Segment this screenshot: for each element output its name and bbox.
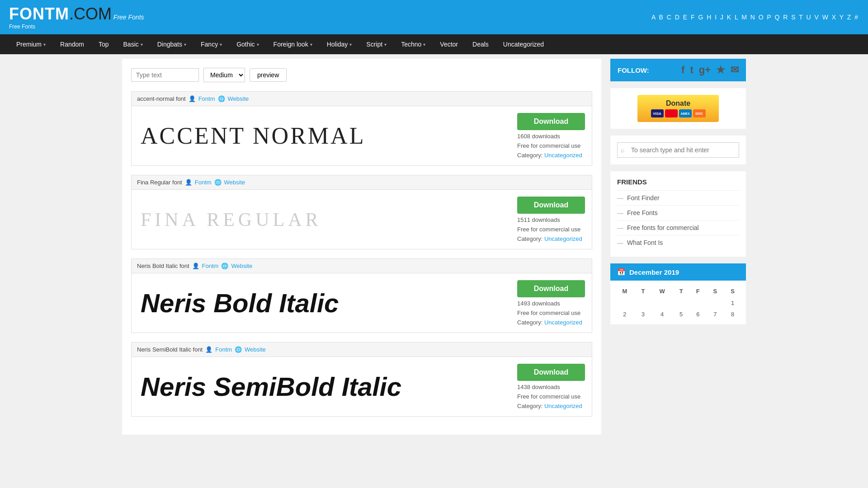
nav-item-random[interactable]: Random [53, 34, 91, 54]
donate-cards: VISA AMEX DISC [651, 109, 706, 117]
main-nav: Premium▾RandomTopBasic▾Dingbats▾Fancy▾Go… [0, 34, 868, 54]
rss-icon[interactable]: ★ [716, 64, 725, 76]
calendar-day [635, 297, 651, 309]
calendar-table: MTWTFSS 12345678 [615, 285, 741, 320]
category-link[interactable]: Uncategorized [544, 235, 582, 242]
friend-dash: — [617, 239, 623, 246]
calendar-day[interactable]: 8 [724, 309, 741, 320]
downloads-count: 1438 downloads [517, 384, 560, 390]
nav-item-fancy[interactable]: Fancy▾ [193, 34, 229, 54]
calendar-day[interactable]: 5 [673, 309, 689, 320]
googleplus-icon[interactable]: g+ [699, 64, 711, 76]
nav-item-gothic[interactable]: Gothic▾ [229, 34, 266, 54]
nav-item-deals[interactable]: Deals [465, 34, 496, 54]
category-label: Category: Uncategorized [517, 319, 582, 326]
nav-item-basic[interactable]: Basic▾ [116, 34, 150, 54]
calendar-day-header: F [689, 285, 706, 297]
category-link[interactable]: Uncategorized [544, 319, 582, 326]
calendar-day[interactable]: 3 [635, 309, 651, 320]
nav-arrow-icon: ▾ [43, 42, 46, 47]
main-content: SmallMediumLargeX-Large preview accent-n… [122, 59, 601, 435]
calendar-day [651, 297, 673, 309]
sidebar-search-input[interactable] [617, 142, 739, 158]
author-link[interactable]: Fontm [198, 95, 215, 102]
nav-item-uncategorized[interactable]: Uncategorized [496, 34, 551, 54]
preview-text-input[interactable] [131, 68, 199, 82]
facebook-icon[interactable]: f [681, 64, 684, 76]
download-button[interactable]: Download [517, 113, 585, 130]
nav-item-script[interactable]: Script▾ [359, 34, 394, 54]
follow-label: FOLLOW: [618, 66, 649, 74]
visa-icon: VISA [651, 109, 664, 117]
friend-item[interactable]: —Free fonts for commercial [617, 220, 739, 235]
discover-icon: DISC [693, 109, 706, 117]
website-link[interactable]: Website [245, 346, 266, 353]
calendar-icon: 📅 [617, 268, 626, 276]
email-icon[interactable]: ✉ [731, 64, 739, 76]
nav-item-foreign-look[interactable]: Foreign look▾ [266, 34, 320, 54]
website-link[interactable]: Website [224, 179, 245, 186]
top-bar: FONTM.COM Free Fonts Free Fonts A B C D … [0, 0, 868, 34]
nav-arrow-icon: ▾ [384, 42, 387, 47]
download-button[interactable]: Download [517, 364, 585, 381]
nav-arrow-icon: ▾ [310, 42, 312, 47]
nav-arrow-icon: ▾ [423, 42, 425, 47]
preview-button[interactable]: preview [250, 68, 287, 82]
calendar-day [706, 297, 724, 309]
calendar-body: MTWTFSS 12345678 [610, 281, 746, 324]
font-card: Neris Bold Italic font 👤 Fontm 🌐 Website… [131, 258, 592, 333]
download-button[interactable]: Download [517, 197, 585, 214]
category-link[interactable]: Uncategorized [544, 152, 582, 159]
friend-label: Free Fonts [627, 209, 658, 216]
alpha-bar[interactable]: A B C D E F G H I J K L M N O P Q R S T … [651, 14, 859, 21]
friend-dash: — [617, 194, 623, 202]
nav-item-techno[interactable]: Techno▾ [394, 34, 433, 54]
calendar-day-header: W [651, 285, 673, 297]
downloads-count: 1511 downloads [517, 216, 560, 223]
logo-tagline: Free Fonts [113, 14, 144, 21]
donate-area: Donate VISA AMEX DISC [610, 88, 746, 129]
calendar-day [689, 297, 706, 309]
calendar-day[interactable]: 4 [651, 309, 673, 320]
website-icon: 🌐 [221, 263, 228, 269]
calendar-day[interactable]: 2 [615, 309, 635, 320]
category-link[interactable]: Uncategorized [544, 403, 582, 409]
font-card: accent-normal font 👤 Fontm 🌐 Website acc… [131, 91, 592, 166]
website-link[interactable]: Website [231, 263, 252, 269]
author-link[interactable]: Fontm [195, 179, 212, 186]
nav-item-top[interactable]: Top [91, 34, 116, 54]
nav-item-dingbats[interactable]: Dingbats▾ [150, 34, 193, 54]
friends-title: FRIENDS [617, 178, 739, 186]
downloads-count: 1608 downloads [517, 133, 560, 140]
friend-item[interactable]: —Free Fonts [617, 205, 739, 220]
friend-label: Free fonts for commercial [627, 224, 699, 231]
sidebar-follow: FOLLOW: f t g+ ★ ✉ [610, 59, 746, 81]
donate-label: Donate [666, 99, 690, 108]
download-button[interactable]: Download [517, 280, 585, 297]
license-text: Free for commercial use [517, 142, 580, 149]
friend-item[interactable]: —What Font Is [617, 235, 739, 250]
author-link[interactable]: Fontm [202, 263, 219, 269]
font-card: Fina Regular font 👤 Fontm 🌐 Website FINA… [131, 175, 592, 249]
search-wrap: ⌕ [617, 142, 739, 158]
logo-com: .COM [69, 5, 112, 23]
font-actions: Download 1438 downloads Free for commerc… [510, 357, 592, 416]
donate-button[interactable]: Donate VISA AMEX DISC [637, 95, 719, 122]
calendar-day[interactable]: 6 [689, 309, 706, 320]
preview-size-select[interactable]: SmallMediumLargeX-Large [203, 68, 245, 82]
calendar-day-header: T [635, 285, 651, 297]
calendar-day[interactable]: 1 [724, 297, 741, 309]
nav-item-premium[interactable]: Premium▾ [9, 34, 53, 54]
friend-item[interactable]: —Font Finder [617, 190, 739, 205]
author-link[interactable]: Fontm [215, 346, 232, 353]
author-icon: 👤 [192, 263, 199, 269]
nav-item-vector[interactable]: Vector [433, 34, 465, 54]
font-actions: Download 1608 downloads Free for commerc… [510, 106, 592, 165]
calendar-day[interactable]: 7 [706, 309, 724, 320]
website-link[interactable]: Website [228, 95, 249, 102]
logo-main: FONTM [9, 5, 69, 23]
calendar-day-header: S [706, 285, 724, 297]
logo[interactable]: FONTM.COM Free Fonts Free Fonts [9, 5, 144, 30]
twitter-icon[interactable]: t [690, 64, 693, 76]
nav-item-holiday[interactable]: Holiday▾ [320, 34, 359, 54]
